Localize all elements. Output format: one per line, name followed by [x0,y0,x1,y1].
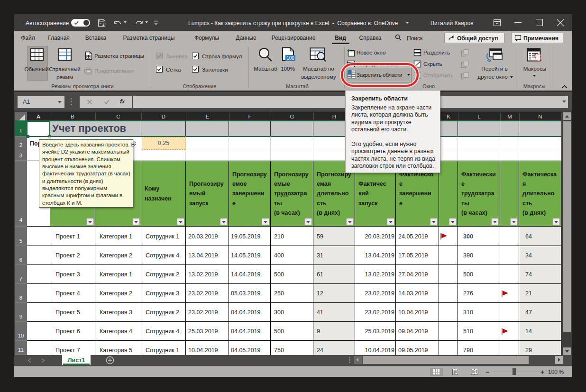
svg-text:100: 100 [286,55,294,61]
